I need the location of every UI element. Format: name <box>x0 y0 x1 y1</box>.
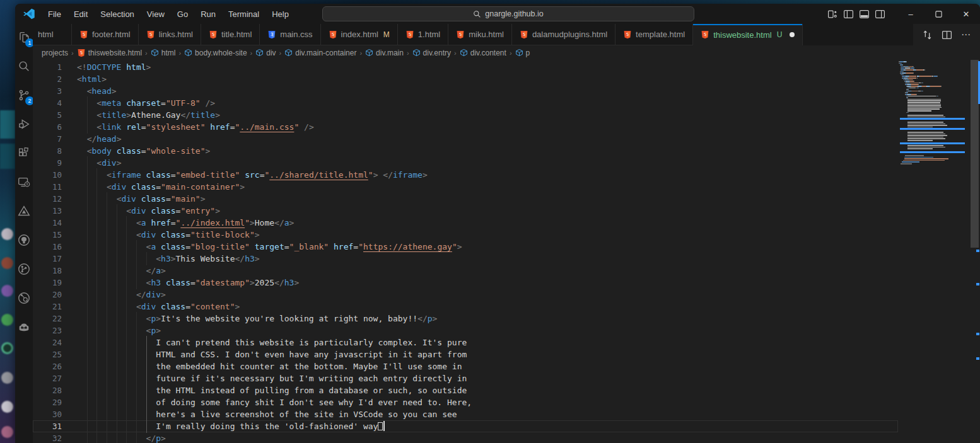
breadcrumb-separator: › <box>279 49 282 57</box>
menu-help[interactable]: Help <box>267 7 294 21</box>
menu-go[interactable]: Go <box>172 7 193 21</box>
minimap[interactable] <box>899 60 970 443</box>
menu-view[interactable]: View <box>142 7 170 21</box>
code-line-28[interactable]: 28 the HTML instead of pulling from a da… <box>33 384 898 396</box>
code-text: <!DOCTYPE html> <box>77 61 151 73</box>
toggle-secondary-sidebar-icon[interactable] <box>875 9 885 20</box>
close-button[interactable]: ✕ <box>952 4 980 24</box>
breadcrumb-item-div[interactable]: div <box>255 49 276 57</box>
tab-footer.html[interactable]: 5footer.html <box>72 24 139 45</box>
code-line-9[interactable]: 9 <div> <box>33 157 898 169</box>
source-control-icon[interactable]: 2 <box>16 87 32 103</box>
line-number: 31 <box>33 422 62 431</box>
toggle-primary-sidebar-icon[interactable] <box>843 9 854 20</box>
godot-tools-icon[interactable] <box>16 319 32 335</box>
code-line-15[interactable]: 15 <div class="title-block"> <box>33 229 898 241</box>
code-line-17[interactable]: 17 <h3>This Website</h3> <box>33 253 898 265</box>
extensions-icon[interactable] <box>16 145 32 161</box>
code-line-12[interactable]: 12 <div class="main"> <box>33 193 898 205</box>
code-line-22[interactable]: 22 <p>It's the website you're looking at… <box>33 313 898 325</box>
git-history-icon[interactable] <box>16 290 32 306</box>
remote-explorer-icon[interactable] <box>16 174 32 190</box>
tab-dalamudplugins.html[interactable]: 5dalamudplugins.html <box>512 24 615 45</box>
code-line-32[interactable]: 32 </p> <box>33 432 898 443</box>
code-line-13[interactable]: 13 <div class="entry"> <box>33 205 898 217</box>
code-line-19[interactable]: 19 <h3 class="datestamp">2025</h3> <box>33 277 898 289</box>
maximize-button[interactable] <box>925 4 952 24</box>
breadcrumb-item-p[interactable]: p <box>515 49 530 57</box>
code-line-11[interactable]: 11 <div class="main-container"> <box>33 181 898 193</box>
breadcrumb-item-div.entry[interactable]: div.entry <box>412 49 451 57</box>
tab-main.css[interactable]: 3main.css <box>260 24 320 45</box>
code-line-24[interactable]: 24 I can't pretend this website is parti… <box>33 337 898 348</box>
tab-index.html[interactable]: 5index.htmlM <box>321 24 398 45</box>
toggle-panel-icon[interactable] <box>859 9 870 20</box>
tab-label: index.html <box>341 30 378 39</box>
explorer-icon[interactable]: 1 <box>16 29 32 45</box>
wallpaper-shape <box>0 110 15 139</box>
code-line-6[interactable]: 6 <link rel="stylesheet" href="../main.c… <box>33 121 898 133</box>
breadcrumb-item-div.content[interactable]: div.content <box>460 49 506 57</box>
code-line-30[interactable]: 30 here's a live screenshot of the site … <box>33 408 898 420</box>
code-line-4[interactable]: 4 <meta charset="UTF-8" /> <box>33 97 898 109</box>
breadcrumb-item-thiswebsite.html[interactable]: 5thiswebsite.html <box>77 49 142 57</box>
code-line-8[interactable]: 8 <body class="whole-site"> <box>33 145 898 157</box>
tab-links.html[interactable]: 5links.html <box>139 24 201 45</box>
line-number: 2 <box>33 74 62 84</box>
titlebar-right: – ✕ <box>827 4 980 24</box>
github-icon[interactable] <box>16 232 32 248</box>
code-line-21[interactable]: 21 <div class="content"> <box>33 301 898 313</box>
vertical-scrollbar[interactable] <box>970 60 980 443</box>
code-line-27[interactable]: 27 future if it's necessary but I'm writ… <box>33 372 898 384</box>
tab-thiswebsite.html[interactable]: 5thiswebsite.htmlU <box>693 24 803 45</box>
menu-terminal[interactable]: Terminal <box>223 7 264 21</box>
code-line-31[interactable]: 31 I'm really doing this the 'old-fashio… <box>33 420 898 432</box>
tab-template.html[interactable]: 5template.html <box>615 24 693 45</box>
menu-file[interactable]: File <box>43 7 66 21</box>
more-actions-icon[interactable]: ⋯ <box>961 29 971 40</box>
code-line-16[interactable]: 16 <a class="blog-title" target="_blank"… <box>33 241 898 253</box>
split-editor-icon[interactable] <box>942 30 952 40</box>
breadcrumb-item-div.main-container[interactable]: div.main-container <box>284 49 356 57</box>
breadcrumb-item-body.whole-site[interactable]: body.whole-site <box>184 49 247 57</box>
breadcrumb-item-html[interactable]: html <box>151 49 176 57</box>
search-icon <box>473 10 481 18</box>
code-line-20[interactable]: 20 </div> <box>33 289 898 301</box>
tab-miku.html[interactable]: 5miku.html <box>448 24 512 45</box>
menu-selection[interactable]: Selection <box>95 7 139 21</box>
code-line-5[interactable]: 5 <title>Athene.Gay</title> <box>33 109 898 121</box>
code-line-26[interactable]: 26 the embedded hit counter at the botto… <box>33 360 898 372</box>
unsaved-dot-icon[interactable] <box>790 32 795 37</box>
tab-title.html[interactable]: 5title.html <box>201 24 260 45</box>
code-line-14[interactable]: 14 <a href="../index.html">Home</a> <box>33 217 898 229</box>
minimize-button[interactable]: – <box>897 4 925 24</box>
vscode-window: FileEditSelectionViewGoRunTerminalHelp ←… <box>15 4 980 443</box>
breadcrumb-separator: › <box>178 49 181 57</box>
code-editor[interactable]: 1<!DOCTYPE html>2<html>3 <head>4 <meta c… <box>33 60 980 443</box>
code-line-7[interactable]: 7 </head> <box>33 133 898 145</box>
customize-layout-icon[interactable] <box>827 9 838 20</box>
symbol-cube-icon <box>412 49 421 57</box>
search-icon[interactable] <box>16 58 32 74</box>
code-line-1[interactable]: 1<!DOCTYPE html> <box>33 61 898 73</box>
code-line-25[interactable]: 25 HTML and CSS. I don't even have any j… <box>33 348 898 360</box>
code-line-10[interactable]: 10 <iframe class="embed-title" src="../s… <box>33 169 898 181</box>
run-debug-icon[interactable] <box>16 116 32 132</box>
code-line-23[interactable]: 23 <p> <box>33 325 898 337</box>
code-line-18[interactable]: 18 </a> <box>33 265 898 277</box>
breadcrumb-item-projects[interactable]: projects <box>42 49 68 57</box>
open-changes-icon[interactable] <box>922 30 933 40</box>
menu-edit[interactable]: Edit <box>69 7 93 21</box>
tab-1.html[interactable]: 51.html <box>398 24 448 45</box>
tab-html[interactable]: html <box>33 24 72 45</box>
breadcrumb-item-div.main[interactable]: div.main <box>365 49 404 57</box>
triangle-a-extension-icon[interactable] <box>16 203 32 219</box>
code-line-29[interactable]: 29 of doing some fancy shit I don't see … <box>33 396 898 408</box>
menu-run[interactable]: Run <box>195 7 221 21</box>
code-line-3[interactable]: 3 <head> <box>33 85 898 97</box>
code-line-2[interactable]: 2<html> <box>33 73 898 85</box>
code-text: <div class="entry"> <box>77 205 220 217</box>
line-number: 28 <box>33 386 62 395</box>
git-graph-icon[interactable] <box>16 261 32 277</box>
command-center-search[interactable]: gnargle.github.io <box>322 6 694 21</box>
